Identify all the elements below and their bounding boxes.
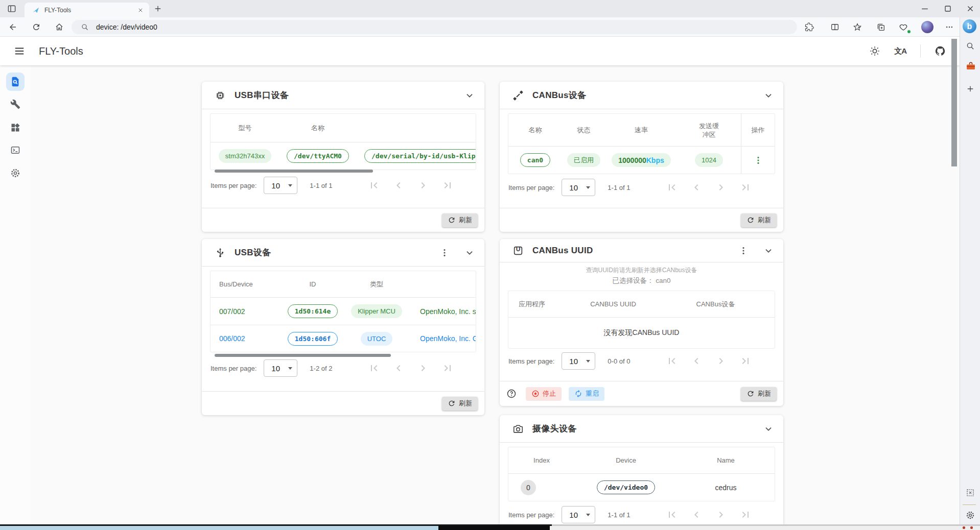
refresh-button[interactable]: 刷新	[442, 397, 478, 411]
first-page-button[interactable]	[368, 179, 380, 191]
refresh-button[interactable]: 刷新	[442, 213, 478, 227]
page-size-select[interactable]: 10	[562, 506, 595, 523]
column-header: Index	[508, 456, 575, 464]
chevron-down-icon[interactable]	[464, 247, 475, 258]
stop-button[interactable]: 停止	[526, 387, 562, 401]
sidebar-add-icon[interactable]	[966, 84, 975, 93]
page-size-select[interactable]: 10	[562, 179, 595, 196]
nav-widgets-icon[interactable]	[6, 118, 25, 137]
column-header: Bus/Device	[211, 280, 282, 288]
previous-page-button[interactable]	[392, 362, 405, 374]
nav-device-detect-icon[interactable]	[6, 73, 25, 91]
refresh-button[interactable]	[32, 22, 41, 32]
last-page-button[interactable]	[739, 181, 752, 194]
sidebar-toolbox-icon[interactable]	[966, 61, 976, 71]
home-button[interactable]	[55, 22, 64, 32]
nav-terminal-icon[interactable]	[6, 141, 25, 159]
last-page-button[interactable]	[739, 355, 752, 367]
card-menu-icon[interactable]	[738, 246, 749, 256]
tab-actions-icon[interactable]	[7, 4, 17, 14]
buffer-chip: 1024	[695, 153, 723, 167]
items-per-page-label: Items per page:	[211, 365, 256, 372]
app-page: FLY-Tools 文A USB串口设备	[0, 37, 960, 524]
table-header-row: Bus/Device ID 类型	[211, 271, 476, 298]
horizontal-scrollbar-thumb[interactable]	[215, 354, 391, 357]
new-tab-button[interactable]	[153, 4, 162, 13]
language-icon[interactable]: 文A	[894, 46, 906, 56]
collections-icon[interactable]	[876, 22, 885, 32]
address-bar[interactable]: device: /dev/video0	[72, 20, 797, 34]
vendor-text: OpenMoko, Inc. s	[410, 307, 476, 316]
profile-avatar[interactable]	[921, 21, 934, 33]
usb-id-chip: 1d50:606f	[288, 332, 338, 346]
chevron-down-icon[interactable]	[763, 423, 774, 435]
next-page-button[interactable]	[417, 179, 429, 191]
sidebar-screenshot-icon[interactable]	[966, 488, 975, 497]
type-chip: UTOC	[361, 332, 393, 346]
next-page-button[interactable]	[715, 181, 727, 194]
bing-icon[interactable]: b	[963, 19, 976, 33]
first-page-button[interactable]	[666, 355, 678, 367]
sidebar-search-icon[interactable]	[966, 41, 975, 51]
first-page-button[interactable]	[666, 181, 678, 194]
previous-page-button[interactable]	[690, 181, 703, 194]
hamburger-menu-icon[interactable]	[14, 45, 25, 57]
refresh-button[interactable]: 刷新	[741, 213, 777, 227]
settings-menu-icon[interactable]	[945, 22, 954, 32]
table: 名称 状态 速率 发送缓冲区 操作 can0 已启用 1000000 Kbps	[508, 113, 775, 174]
page-size-select[interactable]: 10	[562, 352, 595, 370]
refresh-button[interactable]: 刷新	[741, 387, 777, 401]
essentials-badge	[907, 30, 911, 34]
last-page-button[interactable]	[739, 509, 752, 521]
browser-tab[interactable]: FLY-Tools	[25, 3, 149, 17]
restart-button[interactable]: 重启	[569, 387, 604, 401]
sidebar-settings-icon[interactable]	[966, 511, 975, 520]
search-icon	[81, 23, 89, 31]
page-size-select[interactable]: 10	[264, 177, 297, 194]
back-button[interactable]	[8, 22, 17, 32]
window-minimize-button[interactable]	[920, 4, 930, 14]
page-scrollbar-thumb[interactable]	[951, 39, 957, 166]
chevron-down-icon[interactable]	[464, 90, 475, 101]
camera-index-badge: 0	[521, 480, 536, 495]
first-page-button[interactable]	[666, 509, 678, 521]
nav-tools-icon[interactable]	[6, 95, 25, 113]
previous-page-button[interactable]	[690, 509, 703, 521]
page-size-select[interactable]: 10	[264, 359, 297, 377]
next-page-button[interactable]	[715, 509, 727, 521]
browser-essentials-icon[interactable]	[899, 22, 908, 32]
table-row: 006/002 1d50:606f UTOC OpenMoko, Inc. G	[211, 325, 476, 352]
window-maximize-button[interactable]	[943, 4, 953, 14]
chip-icon	[215, 90, 226, 101]
previous-page-button[interactable]	[392, 179, 405, 191]
table-row: can0 已启用 1000000 Kbps 1024	[508, 147, 775, 174]
last-page-button[interactable]	[441, 362, 454, 374]
help-icon[interactable]	[506, 389, 517, 399]
column-header: 速率	[605, 126, 677, 135]
favorites-icon[interactable]	[853, 22, 862, 32]
next-page-button[interactable]	[715, 355, 727, 367]
row-actions-menu-icon[interactable]	[741, 147, 775, 174]
chevron-down-icon[interactable]	[763, 245, 774, 256]
theme-toggle-icon[interactable]	[869, 45, 880, 57]
first-page-button[interactable]	[368, 362, 380, 374]
github-icon[interactable]	[935, 45, 946, 57]
nav-settings-icon[interactable]	[6, 164, 25, 182]
card-menu-icon[interactable]	[439, 248, 450, 258]
split-screen-icon[interactable]	[830, 22, 839, 32]
canbus-uuid-card: U CANBus UUID 查询UUID前请先刷新并选择CANbus设备 已选择…	[500, 239, 783, 406]
next-page-button[interactable]	[417, 362, 429, 374]
edge-sidebar	[960, 17, 980, 524]
table-row: 0 /dev/video0 cedrus	[508, 474, 775, 501]
page-range-label: 1-1 of 1	[608, 511, 636, 519]
extensions-icon[interactable]	[805, 22, 814, 32]
previous-page-button[interactable]	[690, 355, 703, 367]
chevron-down-icon[interactable]	[763, 90, 774, 101]
canbus-card: CANBus设备 名称 状态 速率 发送缓冲区 操作 can0 已启用	[500, 82, 783, 232]
tab-close-icon[interactable]	[137, 7, 144, 14]
usb-icon	[215, 247, 226, 258]
usb-devices-card: USB设备 Bus/Device ID 类型 007/002 1d50:614e…	[202, 239, 484, 415]
last-page-button[interactable]	[441, 179, 454, 191]
window-close-button[interactable]	[965, 4, 975, 14]
horizontal-scrollbar-thumb[interactable]	[215, 170, 373, 173]
